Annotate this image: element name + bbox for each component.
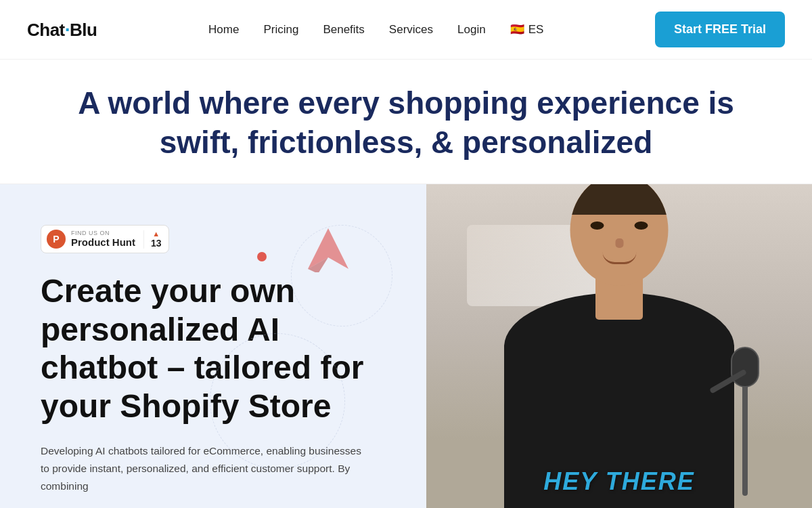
product-hunt-badge[interactable]: P FIND US ON Product Hunt ▲ 13 [41,225,169,253]
nav-link-login[interactable]: Login [457,23,486,36]
nav-link-pricing[interactable]: Pricing [263,23,298,36]
hero-section: A world where every shopping experience … [0,60,812,184]
ph-count-number: 13 [151,238,162,249]
left-content: P FIND US ON Product Hunt ▲ 13 Create yo… [41,218,392,496]
ph-name-label: Product Hunt [71,236,135,249]
title-line2: personalized AI [41,312,279,347]
hero-headline: A world where every shopping experience … [68,84,744,162]
logo[interactable]: Chat·Blu [27,19,97,41]
product-hunt-text: FIND US ON Product Hunt [71,230,135,249]
video-container: HEY THERE 0:00 / 1:37 [426,184,812,508]
title-line4: your Shopify Store [41,388,331,424]
nav-links: Home Pricing Benefits Services Login 🇪🇸 … [208,22,543,37]
product-hunt-icon: P [47,230,66,249]
main-description: Developing AI chatbots tailored for eCom… [41,442,365,496]
language-selector[interactable]: 🇪🇸 ES [510,22,544,37]
title-line1: Create your own [41,273,295,309]
nav-link-services[interactable]: Services [389,23,433,36]
video-thumbnail: HEY THERE [426,184,812,508]
flag-icon: 🇪🇸 [510,22,524,37]
lang-code: ES [528,23,544,37]
logo-accent: · [65,19,70,40]
ph-upvote-count: ▲ 13 [143,230,162,249]
start-trial-button[interactable]: Start FREE Trial [655,12,785,47]
nav-link-benefits[interactable]: Benefits [323,23,364,36]
title-line3: chatbot – tailored for [41,350,363,385]
ph-find-us-label: FIND US ON [71,230,135,236]
ph-arrow-icon: ▲ [152,230,160,238]
navbar: Chat·Blu Home Pricing Benefits Services … [0,0,812,60]
nav-link-home[interactable]: Home [208,23,239,36]
main-title: Create your own personalized AI chatbot … [41,272,392,426]
logo-text-chat: Chat [27,20,65,40]
hey-there-text: HEY THERE [543,467,694,496]
logo-text-blu: Blu [70,20,97,40]
main-section: P FIND US ON Product Hunt ▲ 13 Create yo… [0,184,812,508]
